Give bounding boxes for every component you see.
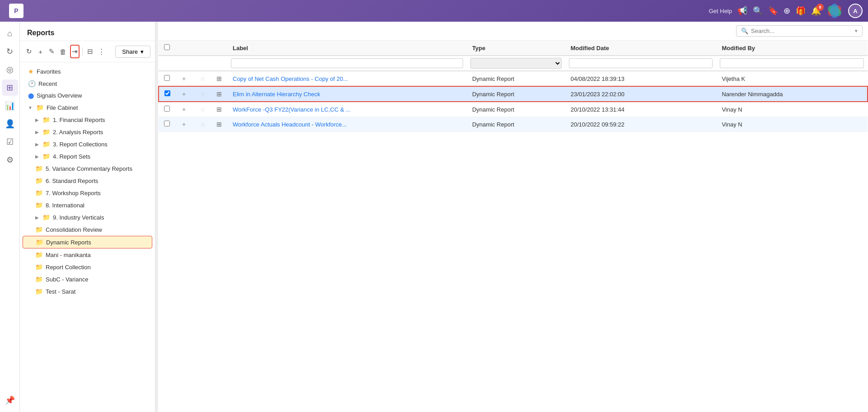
person-icon[interactable]: 👤 [2, 116, 18, 132]
row-star-icon[interactable]: ☆ [200, 106, 206, 113]
tasks-icon[interactable]: ☑ [2, 134, 18, 150]
filter-type-cell[interactable] [467, 56, 565, 71]
bookmark-icon[interactable]: 🔖 [768, 6, 778, 16]
filter-actions [177, 56, 195, 71]
get-help-button[interactable]: Get Help [709, 8, 732, 14]
sidebar-item-international[interactable]: 📁 8. International [23, 199, 152, 211]
pin-icon[interactable]: 📌 [2, 392, 18, 408]
sidebar-item-file-cabinet[interactable]: ▼ 📁 File Cabinet [23, 102, 152, 113]
row-label[interactable]: WorkForce -Q3 FY22(Variance in LC,CC & .… [227, 102, 467, 117]
row-label[interactable]: Workforce Actuals Headcount - Workforce.… [227, 117, 467, 132]
row-add-btn[interactable]: + [182, 106, 186, 113]
sidebar-item-label: File Cabinet [47, 104, 78, 111]
sidebar-item-signals[interactable]: ⬤ Signals Overview [23, 90, 152, 101]
filter-type-select[interactable] [470, 58, 562, 69]
row-star-icon[interactable]: ☆ [200, 121, 206, 128]
row-checkbox-cell[interactable] [159, 102, 177, 117]
sidebar-item-mani[interactable]: 📁 Mani - manikanta [23, 249, 152, 261]
sidebar-item-label: Dynamic Reports [46, 239, 91, 246]
row-star-cell[interactable]: ☆ [195, 117, 211, 132]
add-button[interactable]: + [36, 45, 45, 58]
row-checkbox-cell[interactable] [159, 117, 177, 132]
filter-label-cell[interactable] [227, 56, 467, 71]
grid-icon[interactable]: ⊞ [2, 80, 18, 96]
filter-date-cell[interactable] [565, 56, 717, 71]
sidebar-item-favorites[interactable]: ★ Favorites [23, 66, 152, 77]
row-add-cell[interactable]: + [177, 86, 195, 102]
row-add-btn[interactable]: + [182, 121, 186, 128]
search-dropdown-icon[interactable]: ▾ [855, 28, 858, 34]
sidebar-item-test-sarat[interactable]: 📁 Test - Sarat [23, 286, 152, 297]
row-star-cell[interactable]: ☆ [195, 71, 211, 86]
search-icon[interactable]: 🔍 [753, 6, 763, 16]
refresh-button[interactable]: ↻ [24, 45, 34, 58]
filter-label-input[interactable] [231, 58, 463, 68]
compass-icon[interactable]: ⊕ [784, 6, 790, 16]
row-star-icon[interactable]: ☆ [200, 91, 206, 98]
row-type: Dynamic Report [467, 117, 565, 132]
nav-toolbar: ↻ + ✎ 🗑 ⇥ ⊟ ⋮ Share ▾ [20, 41, 155, 62]
search-input[interactable] [751, 28, 852, 34]
sidebar-item-financial[interactable]: ▶ 📁 1. Financial Reports [23, 114, 152, 126]
row-add-cell[interactable]: + [177, 71, 195, 86]
row-add-cell[interactable]: + [177, 102, 195, 117]
bell-icon[interactable]: 🔔 8 [811, 6, 821, 16]
filter-by-input[interactable] [720, 58, 864, 68]
sidebar-item-dynamic-reports[interactable]: 📁 Dynamic Reports [23, 236, 152, 248]
filter-by-cell[interactable] [716, 56, 868, 71]
sidebar-item-collections[interactable]: ▶ 📁 3. Report Collections [23, 138, 152, 150]
row-checkbox[interactable] [164, 121, 170, 126]
sidebar-item-variance[interactable]: 📁 5. Variance Commentary Reports [23, 163, 152, 174]
row-star-cell[interactable]: ☆ [195, 86, 211, 102]
export-button[interactable]: ⇥ [70, 45, 80, 58]
filter-date-input[interactable] [569, 58, 713, 68]
row-star-cell[interactable]: ☆ [195, 102, 211, 117]
sidebar-item-label: 9. Industry Verticals [53, 214, 104, 221]
sidebar-item-standard[interactable]: 📁 6. Standard Reports [23, 175, 152, 187]
sidebar-item-label: Favorites [37, 68, 61, 75]
home-icon[interactable]: ⌂ [2, 25, 18, 42]
row-checkbox-cell[interactable] [159, 71, 177, 86]
sidebar-item-recent[interactable]: 🕐 Recent [23, 78, 152, 89]
app-logo[interactable]: P [9, 4, 23, 18]
row-add-cell[interactable]: + [177, 117, 195, 132]
edit-button[interactable]: ✎ [47, 45, 56, 58]
folder-icon: 📁 [35, 165, 43, 172]
row-modified-date: 23/01/2023 22:02:00 [565, 86, 717, 102]
sidebar-item-report-collection[interactable]: 📁 Report Collection [23, 261, 152, 273]
sidebar-item-subc[interactable]: 📁 SubC - Variance [23, 273, 152, 285]
sidebar-item-consolidation[interactable]: 📁 Consolidation Review [23, 224, 152, 235]
row-label[interactable]: Elim in Alternate Hierarchy Check [227, 86, 467, 102]
settings-icon[interactable]: ⚙ [2, 152, 18, 168]
share-button[interactable]: Share ▾ [115, 46, 150, 58]
brand-logo[interactable] [826, 3, 843, 19]
content-toolbar: 🔍 ▾ [158, 22, 868, 41]
sidebar-item-analysis[interactable]: ▶ 📁 2. Analysis Reports [23, 126, 152, 138]
sidebar-item-label: 2. Analysis Reports [53, 129, 103, 136]
row-modified-date: 20/10/2022 13:31:44 [565, 102, 717, 117]
header-checkbox[interactable] [159, 41, 177, 56]
refresh-icon[interactable]: ↻ [2, 43, 18, 60]
row-checkbox-cell[interactable] [159, 86, 177, 102]
sidebar-item-report-sets[interactable]: ▶ 📁 4. Report Sets [23, 150, 152, 162]
megaphone-icon[interactable]: 📢 [737, 6, 747, 16]
folder-icon: 📁 [42, 128, 50, 136]
sidebar-item-industry[interactable]: ▶ 📁 9. Industry Verticals [23, 211, 152, 223]
row-add-btn[interactable]: + [182, 90, 186, 98]
sidebar-item-workshop[interactable]: 📁 7. Workshop Reports [23, 187, 152, 199]
user-avatar[interactable]: A [848, 4, 863, 18]
row-label[interactable]: Copy of Net Cash Operations - Copy of 20… [227, 71, 467, 86]
delete-button[interactable]: 🗑 [58, 45, 68, 58]
target-icon[interactable]: ◎ [2, 61, 18, 78]
search-box[interactable]: 🔍 ▾ [736, 25, 863, 37]
row-star-icon[interactable]: ☆ [200, 75, 206, 82]
filter-button[interactable]: ⊟ [85, 45, 95, 58]
more-button[interactable]: ⋮ [97, 45, 106, 58]
row-add-btn[interactable]: + [182, 75, 186, 82]
row-checkbox[interactable] [164, 75, 170, 81]
chart-icon[interactable]: 📊 [2, 98, 18, 114]
row-checkbox[interactable] [164, 90, 170, 96]
select-all-checkbox[interactable] [164, 44, 170, 50]
gift-icon[interactable]: 🎁 [796, 6, 806, 16]
row-checkbox[interactable] [164, 106, 170, 112]
